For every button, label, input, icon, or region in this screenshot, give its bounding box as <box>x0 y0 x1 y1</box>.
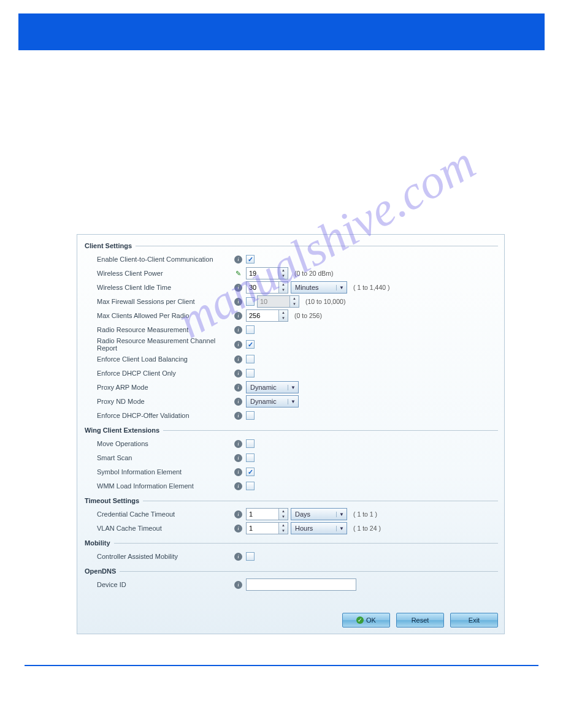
timeout-section: Timeout Settings Credential Cache Timeou… <box>83 497 498 536</box>
reset-button[interactable]: Reset <box>396 613 444 628</box>
info-icon[interactable]: i <box>234 355 242 363</box>
spinner-client-power[interactable]: ▲▼ <box>246 267 288 279</box>
input-max-clients[interactable] <box>247 310 278 321</box>
label-idle-time: Wireless Client Idle Time <box>83 284 234 291</box>
checkbox-enable-c2c[interactable] <box>246 255 255 264</box>
info-icon[interactable]: i <box>234 370 242 377</box>
row-cred-timeout: Credential Cache Timeout i ▲▼ Days ▼ ( 1… <box>83 507 498 521</box>
chevron-down-icon: ▼ <box>336 512 347 517</box>
row-rrm: Radio Resource Measurement i <box>83 323 498 336</box>
row-move-ops: Move Operations i <box>83 437 498 450</box>
spin-up-icon[interactable]: ▲ <box>279 310 288 316</box>
spin-down-icon: ▼ <box>290 301 299 307</box>
reset-button-label: Reset <box>412 616 429 624</box>
hint-vlan-timeout: ( 1 to 24 ) <box>353 525 381 532</box>
label-enable-c2c: Enable Client-to-Client Communication <box>83 256 234 263</box>
chevron-down-icon: ▼ <box>288 399 298 404</box>
row-proxy-nd: Proxy ND Mode i Dynamic ▼ <box>83 395 498 408</box>
spin-down-icon[interactable]: ▼ <box>279 528 288 534</box>
spin-up-icon[interactable]: ▲ <box>279 523 288 528</box>
checkbox-move-ops[interactable] <box>246 439 255 448</box>
info-icon[interactable]: i <box>234 510 242 518</box>
info-icon[interactable]: i <box>234 553 242 561</box>
checkbox-rrm-cr[interactable] <box>246 340 255 349</box>
spin-down-icon[interactable]: ▼ <box>279 273 288 279</box>
hint-cred-timeout: ( 1 to 1 ) <box>353 510 377 518</box>
input-device-id[interactable] <box>246 578 356 591</box>
info-icon[interactable]: i <box>234 398 242 406</box>
checkbox-wmm[interactable] <box>246 482 255 490</box>
spinner-cred-timeout[interactable]: ▲▼ <box>246 508 288 520</box>
info-icon[interactable]: i <box>234 298 242 306</box>
info-icon[interactable]: i <box>234 581 242 589</box>
label-proxy-nd: Proxy ND Mode <box>83 398 234 405</box>
spin-up-icon[interactable]: ▲ <box>279 268 288 273</box>
label-enforce-lb: Enforce Client Load Balancing <box>83 355 234 363</box>
spinner-vlan-timeout[interactable]: ▲▼ <box>246 522 288 534</box>
hint-max-fw: (10 to 10,000) <box>305 298 345 305</box>
info-icon[interactable]: i <box>234 384 242 392</box>
pencil-icon[interactable]: ✎ <box>234 270 242 278</box>
checkbox-enforce-lb[interactable] <box>246 355 255 363</box>
checkbox-enforce-dhcp[interactable] <box>246 369 255 377</box>
checkbox-rrm[interactable] <box>246 325 255 334</box>
info-icon[interactable]: i <box>234 312 242 320</box>
select-vlan-unit-value: Hours <box>295 525 313 532</box>
spinner-idle-time[interactable]: ▲▼ <box>246 281 288 294</box>
input-max-fw <box>258 296 289 307</box>
spin-up-icon[interactable]: ▲ <box>279 282 288 287</box>
info-icon[interactable]: i <box>234 256 242 264</box>
select-cred-unit[interactable]: Days ▼ <box>291 508 347 520</box>
row-wmm: WMM Load Information Element i <box>83 479 498 493</box>
select-idle-unit-value: Minutes <box>295 284 319 291</box>
spin-down-icon[interactable]: ▼ <box>279 514 288 520</box>
spin-up-icon[interactable]: ▲ <box>279 509 288 514</box>
info-icon[interactable]: i <box>234 341 242 349</box>
checkbox-enforce-dhcp-offer[interactable] <box>246 411 255 420</box>
label-rrm: Radio Resource Measurement <box>83 326 234 333</box>
spin-down-icon[interactable]: ▼ <box>279 287 288 293</box>
select-vlan-unit[interactable]: Hours ▼ <box>291 522 347 534</box>
checkbox-sie[interactable] <box>246 468 255 476</box>
label-client-power: Wireless Client Power <box>83 270 234 277</box>
exit-button[interactable]: Exit <box>450 613 498 628</box>
select-proxy-arp[interactable]: Dynamic ▼ <box>246 381 299 393</box>
row-enforce-dhcp-offer: Enforce DHCP-Offer Validation i <box>83 409 498 422</box>
spin-up-icon: ▲ <box>290 296 299 301</box>
checkbox-smart-scan[interactable] <box>246 453 255 462</box>
label-cred-timeout: Credential Cache Timeout <box>83 510 234 518</box>
label-vlan-timeout: VLAN Cache Timeout <box>83 525 234 532</box>
select-idle-unit[interactable]: Minutes ▼ <box>291 281 347 294</box>
checkbox-cam[interactable] <box>246 552 255 561</box>
info-icon[interactable]: i <box>234 412 242 420</box>
spin-down-icon[interactable]: ▼ <box>279 316 288 321</box>
info-icon[interactable]: i <box>234 326 242 334</box>
label-enforce-dhcp: Enforce DHCP Client Only <box>83 370 234 377</box>
info-icon[interactable]: i <box>234 454 242 462</box>
info-icon[interactable]: i <box>234 468 242 476</box>
label-smart-scan: Smart Scan <box>83 454 234 461</box>
row-max-clients: Max Clients Allowed Per Radio i ▲▼ (0 to… <box>83 309 498 322</box>
chevron-down-icon: ▼ <box>336 285 347 290</box>
ok-button[interactable]: ✓ OK <box>342 613 390 628</box>
spinner-max-clients[interactable]: ▲▼ <box>246 309 288 322</box>
row-client-power: Wireless Client Power ✎ ▲▼ (0 to 20 dBm) <box>83 267 498 280</box>
input-client-power[interactable] <box>247 268 278 279</box>
row-smart-scan: Smart Scan i <box>83 451 498 464</box>
label-wmm: WMM Load Information Element <box>83 482 234 490</box>
input-cred-timeout[interactable] <box>247 509 278 520</box>
checkbox-max-fw-enable[interactable] <box>246 297 255 306</box>
input-vlan-timeout[interactable] <box>247 523 278 534</box>
info-icon[interactable]: i <box>234 525 242 533</box>
info-icon[interactable]: i <box>234 440 242 448</box>
input-idle-time[interactable] <box>247 282 278 293</box>
row-rrm-cr: Radio Resource Measurement Channel Repor… <box>83 337 498 352</box>
info-icon[interactable]: i <box>234 482 242 490</box>
label-rrm-cr: Radio Resource Measurement Channel Repor… <box>83 337 234 352</box>
info-icon[interactable]: i <box>234 284 242 292</box>
mobility-section: Mobility Controller Assisted Mobility i <box>83 539 498 564</box>
select-cred-unit-value: Days <box>295 510 310 518</box>
row-cam: Controller Assisted Mobility i <box>83 550 498 563</box>
select-proxy-nd[interactable]: Dynamic ▼ <box>246 395 299 408</box>
ok-button-label: OK <box>366 616 376 624</box>
